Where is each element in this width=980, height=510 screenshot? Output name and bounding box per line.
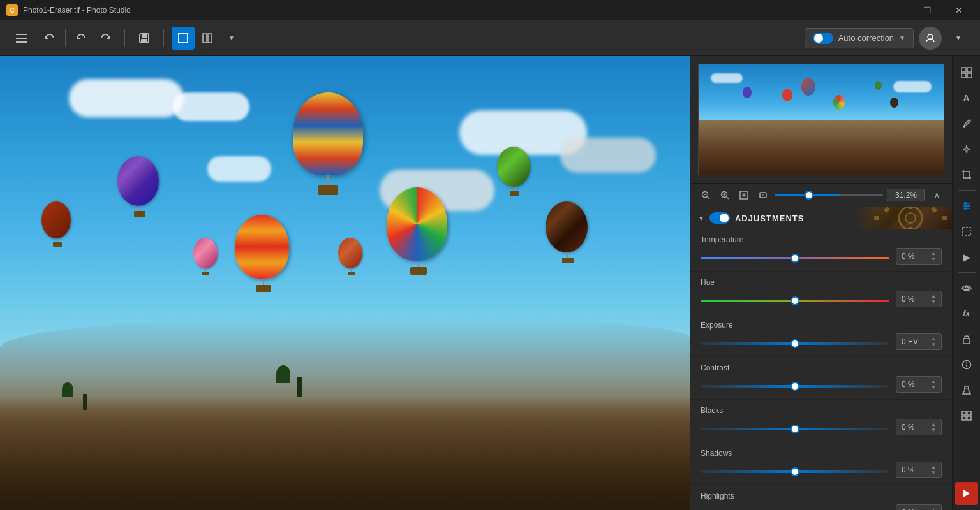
balloon-far-right [546, 201, 590, 262]
shadows-slider[interactable] [701, 470, 889, 473]
undo2-button[interactable] [70, 27, 93, 50]
auto-correction-button[interactable]: Auto correction ▼ [805, 28, 914, 48]
zoom-actual-button[interactable] [755, 187, 771, 203]
adjustments-header: ▼ ADJUSTMENTS [690, 207, 952, 229]
gear-preview-svg [872, 207, 949, 229]
zoom-actual-icon [759, 191, 768, 200]
undo2-icon [75, 33, 87, 44]
shadows-spinners[interactable]: ▲ ▼ [931, 464, 936, 476]
canvas-area[interactable] [0, 56, 690, 510]
hue-row: Hue 0 % ▲ ▼ [690, 272, 952, 314]
temperature-slider[interactable] [701, 257, 889, 259]
selection-button[interactable] [955, 220, 978, 243]
grid-icon [961, 411, 972, 421]
single-view-button[interactable] [172, 27, 195, 50]
balloon-right-green [497, 147, 532, 194]
shadows-control: 0 % ▲ ▼ [701, 462, 942, 478]
balloon-small-center [338, 238, 364, 273]
eye-tool-button[interactable] [955, 277, 978, 300]
collapse-button[interactable]: ∧ [929, 187, 944, 203]
svg-rect-41 [963, 228, 970, 235]
temperature-spinners[interactable]: ▲ ▼ [931, 251, 936, 262]
svg-point-38 [964, 202, 967, 205]
balloon-main [290, 92, 366, 194]
contrast-spinners[interactable]: ▲ ▼ [931, 379, 936, 390]
view-options-button[interactable]: ▼ [220, 27, 243, 50]
brush-tool-button[interactable] [955, 112, 978, 135]
split-view-button[interactable] [196, 27, 219, 50]
grid-view-button[interactable] [955, 404, 978, 427]
svg-point-34 [963, 126, 965, 127]
play-icon [963, 489, 970, 498]
thumb-balloon-2 [743, 87, 752, 98]
crop-tool-button[interactable] [955, 163, 978, 186]
adjustments-panel-button[interactable] [955, 194, 978, 217]
adjustments-panel[interactable]: ▼ ADJUSTMENTS [690, 207, 952, 510]
svg-rect-30 [961, 68, 966, 72]
hue-spinners[interactable]: ▲ ▼ [931, 293, 936, 305]
zoom-out-button[interactable] [698, 187, 713, 203]
tree-top-2 [62, 382, 73, 397]
flask-button[interactable] [955, 379, 978, 402]
svg-rect-33 [967, 73, 972, 78]
eye-icon [961, 283, 972, 293]
contrast-slider[interactable] [701, 385, 889, 388]
blacks-spinners[interactable]: ▲ ▼ [931, 421, 936, 433]
zoom-slider[interactable] [775, 194, 883, 196]
toolbar-right-group: Auto correction ▼ ▼ [805, 27, 970, 50]
undo-button[interactable] [38, 27, 61, 50]
right-sidebar: 31.2% ∧ ▼ ADJUSTMENTS [690, 56, 952, 510]
zoom-controls: 31.2% ∧ [690, 184, 952, 207]
magic-wand-button[interactable] [955, 138, 978, 161]
hue-control: 0 % ▲ ▼ [701, 291, 942, 307]
shadows-value-box: 0 % ▲ ▼ [896, 462, 942, 478]
temperature-value-box: 0 % ▲ ▼ [896, 248, 942, 265]
highlights-control: 0 % ▲ ▼ [701, 504, 942, 510]
svg-rect-32 [961, 73, 966, 78]
photo-canvas[interactable] [0, 56, 690, 510]
balloon-center [387, 187, 450, 273]
highlights-label: Highlights [701, 492, 942, 500]
highlights-spinners[interactable]: ▲ ▼ [931, 507, 936, 510]
minimize-button[interactable]: — [880, 0, 910, 20]
save-button[interactable] [133, 27, 156, 50]
shadows-value: 0 % [902, 465, 915, 474]
info-icon [961, 360, 972, 370]
cloud-6 [207, 156, 271, 182]
adjustments-toggle[interactable] [709, 212, 730, 224]
blacks-slider[interactable] [701, 428, 889, 430]
selection-icon [961, 226, 972, 237]
menu-button[interactable] [10, 27, 33, 50]
lock-button[interactable] [955, 328, 978, 351]
hamburger-icon [16, 34, 27, 43]
panels-icon [961, 67, 972, 78]
svg-rect-31 [967, 68, 972, 72]
panels-icon-button[interactable] [955, 61, 978, 84]
profile-dropdown-button[interactable]: ▼ [947, 27, 970, 50]
temperature-control: 0 % ▲ ▼ [701, 248, 942, 265]
hue-value-box: 0 % ▲ ▼ [896, 291, 942, 307]
effects-button[interactable]: fx [955, 302, 978, 325]
close-button[interactable]: ✕ [944, 0, 974, 20]
exposure-slider[interactable] [701, 342, 889, 345]
contrast-label: Contrast [701, 363, 942, 372]
play-button[interactable] [955, 482, 978, 505]
text-tool-button[interactable]: A [955, 87, 978, 110]
redo-button[interactable] [94, 27, 117, 50]
exposure-spinners[interactable]: ▲ ▼ [931, 336, 936, 347]
hue-value: 0 % [902, 295, 915, 303]
temperature-row: Temperature 0 % ▲ ▼ [690, 229, 952, 272]
info-button[interactable] [955, 353, 978, 376]
zoom-fit-icon [739, 191, 748, 200]
svg-rect-5 [141, 39, 147, 43]
zoom-fit-button[interactable] [736, 187, 752, 203]
auto-correction-toggle [813, 33, 833, 44]
thumb-cloud-2 [893, 81, 932, 92]
maximize-button[interactable]: ☐ [912, 0, 942, 20]
expand-panel-button[interactable]: ▶ [955, 245, 978, 268]
svg-rect-25 [909, 227, 912, 229]
split-view-icon [202, 33, 213, 44]
zoom-in-button[interactable] [717, 187, 732, 203]
hue-slider[interactable] [701, 300, 889, 302]
profile-button[interactable] [919, 27, 942, 50]
